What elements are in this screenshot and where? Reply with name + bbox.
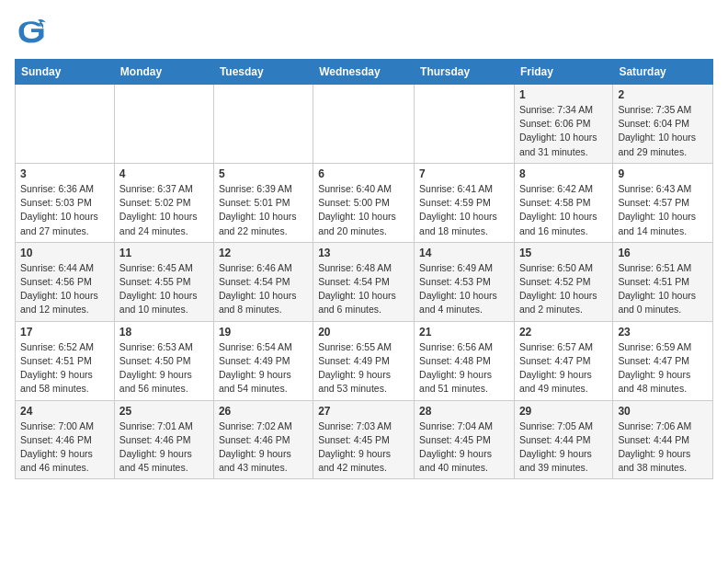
day-info: Sunrise: 6:55 AMSunset: 4:49 PMDaylight:… [318, 340, 409, 396]
day-info: Sunrise: 6:54 AMSunset: 4:49 PMDaylight:… [219, 340, 308, 396]
calendar-week-row: 3Sunrise: 6:36 AMSunset: 5:03 PMDaylight… [16, 163, 713, 242]
day-info: Sunrise: 6:43 AMSunset: 4:57 PMDaylight:… [618, 182, 708, 238]
day-number: 19 [219, 326, 308, 339]
day-number: 23 [618, 326, 708, 339]
calendar-week-row: 24Sunrise: 7:00 AMSunset: 4:46 PMDayligh… [16, 400, 713, 479]
day-info: Sunrise: 7:06 AMSunset: 4:44 PMDaylight:… [618, 419, 708, 476]
day-info: Sunrise: 6:49 AMSunset: 4:53 PMDaylight:… [419, 261, 509, 317]
day-number: 20 [318, 326, 409, 339]
day-number: 12 [219, 247, 308, 259]
calendar-cell: 15Sunrise: 6:50 AMSunset: 4:52 PMDayligh… [514, 242, 612, 321]
day-info: Sunrise: 7:35 AMSunset: 6:04 PMDaylight:… [618, 103, 708, 159]
day-number: 25 [119, 405, 209, 418]
day-info: Sunrise: 7:04 AMSunset: 4:45 PMDaylight:… [419, 419, 509, 476]
day-number: 4 [119, 167, 209, 180]
calendar-header-monday: Monday [114, 60, 213, 85]
calendar-cell: 1Sunrise: 7:34 AMSunset: 6:06 PMDaylight… [514, 85, 612, 164]
calendar-header-tuesday: Tuesday [213, 60, 313, 85]
day-number: 5 [219, 167, 308, 180]
day-info: Sunrise: 6:52 AMSunset: 4:51 PMDaylight:… [20, 340, 109, 396]
day-info: Sunrise: 6:59 AMSunset: 4:47 PMDaylight:… [618, 340, 708, 396]
calendar-cell: 12Sunrise: 6:46 AMSunset: 4:54 PMDayligh… [213, 242, 313, 321]
calendar-cell: 11Sunrise: 6:45 AMSunset: 4:55 PMDayligh… [114, 242, 213, 321]
calendar-week-row: 17Sunrise: 6:52 AMSunset: 4:51 PMDayligh… [16, 321, 713, 400]
calendar-cell [213, 85, 313, 164]
day-number: 13 [318, 247, 409, 259]
day-number: 16 [618, 247, 708, 259]
logo-icon [15, 15, 48, 48]
calendar-header-sunday: Sunday [16, 60, 115, 85]
day-info: Sunrise: 6:56 AMSunset: 4:48 PMDaylight:… [419, 340, 509, 396]
calendar-cell: 9Sunrise: 6:43 AMSunset: 4:57 PMDaylight… [613, 163, 713, 242]
calendar-week-row: 1Sunrise: 7:34 AMSunset: 6:06 PMDaylight… [16, 85, 713, 164]
day-number: 3 [20, 167, 109, 180]
day-number: 28 [419, 405, 509, 418]
page-header [15, 15, 713, 48]
day-number: 17 [20, 326, 109, 339]
day-info: Sunrise: 6:42 AMSunset: 4:58 PMDaylight:… [519, 182, 608, 238]
day-number: 10 [20, 247, 109, 259]
day-number: 14 [419, 247, 509, 259]
day-info: Sunrise: 6:48 AMSunset: 4:54 PMDaylight:… [318, 261, 409, 317]
calendar-cell: 18Sunrise: 6:53 AMSunset: 4:50 PMDayligh… [114, 321, 213, 400]
calendar-cell: 20Sunrise: 6:55 AMSunset: 4:49 PMDayligh… [313, 321, 415, 400]
day-number: 27 [318, 405, 409, 418]
calendar-cell [415, 85, 515, 164]
day-number: 8 [519, 167, 608, 180]
day-number: 7 [419, 167, 509, 180]
day-info: Sunrise: 6:53 AMSunset: 4:50 PMDaylight:… [119, 340, 209, 396]
calendar-cell: 17Sunrise: 6:52 AMSunset: 4:51 PMDayligh… [16, 321, 115, 400]
calendar-cell: 19Sunrise: 6:54 AMSunset: 4:49 PMDayligh… [213, 321, 313, 400]
day-info: Sunrise: 6:57 AMSunset: 4:47 PMDaylight:… [519, 340, 608, 396]
logo [15, 15, 51, 48]
day-info: Sunrise: 7:01 AMSunset: 4:46 PMDaylight:… [119, 419, 209, 476]
day-info: Sunrise: 7:03 AMSunset: 4:45 PMDaylight:… [318, 419, 409, 476]
calendar-header-saturday: Saturday [613, 60, 713, 85]
day-number: 24 [20, 405, 109, 418]
day-number: 2 [618, 88, 708, 101]
day-number: 18 [119, 326, 209, 339]
calendar-cell: 29Sunrise: 7:05 AMSunset: 4:44 PMDayligh… [514, 400, 612, 479]
day-number: 11 [119, 247, 209, 259]
day-number: 21 [419, 326, 509, 339]
calendar-cell: 24Sunrise: 7:00 AMSunset: 4:46 PMDayligh… [16, 400, 115, 479]
day-number: 15 [519, 247, 608, 259]
day-info: Sunrise: 6:37 AMSunset: 5:02 PMDaylight:… [119, 182, 209, 238]
day-info: Sunrise: 6:50 AMSunset: 4:52 PMDaylight:… [519, 261, 608, 317]
calendar-cell: 8Sunrise: 6:42 AMSunset: 4:58 PMDaylight… [514, 163, 612, 242]
calendar-header-wednesday: Wednesday [313, 60, 415, 85]
calendar-cell: 22Sunrise: 6:57 AMSunset: 4:47 PMDayligh… [514, 321, 612, 400]
day-info: Sunrise: 6:39 AMSunset: 5:01 PMDaylight:… [219, 182, 308, 238]
day-info: Sunrise: 7:05 AMSunset: 4:44 PMDaylight:… [519, 419, 608, 476]
day-info: Sunrise: 6:45 AMSunset: 4:55 PMDaylight:… [119, 261, 209, 317]
calendar-cell: 25Sunrise: 7:01 AMSunset: 4:46 PMDayligh… [114, 400, 213, 479]
calendar-cell: 5Sunrise: 6:39 AMSunset: 5:01 PMDaylight… [213, 163, 313, 242]
day-info: Sunrise: 6:51 AMSunset: 4:51 PMDaylight:… [618, 261, 708, 317]
calendar-cell: 16Sunrise: 6:51 AMSunset: 4:51 PMDayligh… [613, 242, 713, 321]
day-number: 9 [618, 167, 708, 180]
calendar-cell: 27Sunrise: 7:03 AMSunset: 4:45 PMDayligh… [313, 400, 415, 479]
day-info: Sunrise: 6:41 AMSunset: 4:59 PMDaylight:… [419, 182, 509, 238]
calendar-cell [114, 85, 213, 164]
day-info: Sunrise: 7:02 AMSunset: 4:46 PMDaylight:… [219, 419, 308, 476]
calendar-header-friday: Friday [514, 60, 612, 85]
calendar-cell: 4Sunrise: 6:37 AMSunset: 5:02 PMDaylight… [114, 163, 213, 242]
day-number: 22 [519, 326, 608, 339]
calendar-cell [16, 85, 115, 164]
calendar-cell: 13Sunrise: 6:48 AMSunset: 4:54 PMDayligh… [313, 242, 415, 321]
calendar-cell [313, 85, 415, 164]
day-info: Sunrise: 7:34 AMSunset: 6:06 PMDaylight:… [519, 103, 608, 159]
calendar-cell: 10Sunrise: 6:44 AMSunset: 4:56 PMDayligh… [16, 242, 115, 321]
calendar-cell: 26Sunrise: 7:02 AMSunset: 4:46 PMDayligh… [213, 400, 313, 479]
calendar-week-row: 10Sunrise: 6:44 AMSunset: 4:56 PMDayligh… [16, 242, 713, 321]
calendar-header-row: SundayMondayTuesdayWednesdayThursdayFrid… [16, 60, 713, 85]
day-info: Sunrise: 6:40 AMSunset: 5:00 PMDaylight:… [318, 182, 409, 238]
day-number: 6 [318, 167, 409, 180]
calendar-cell: 3Sunrise: 6:36 AMSunset: 5:03 PMDaylight… [16, 163, 115, 242]
calendar-table: SundayMondayTuesdayWednesdayThursdayFrid… [15, 59, 713, 479]
day-info: Sunrise: 7:00 AMSunset: 4:46 PMDaylight:… [20, 419, 109, 476]
calendar-cell: 21Sunrise: 6:56 AMSunset: 4:48 PMDayligh… [415, 321, 515, 400]
calendar-cell: 30Sunrise: 7:06 AMSunset: 4:44 PMDayligh… [613, 400, 713, 479]
calendar-header-thursday: Thursday [415, 60, 515, 85]
calendar-cell: 14Sunrise: 6:49 AMSunset: 4:53 PMDayligh… [415, 242, 515, 321]
